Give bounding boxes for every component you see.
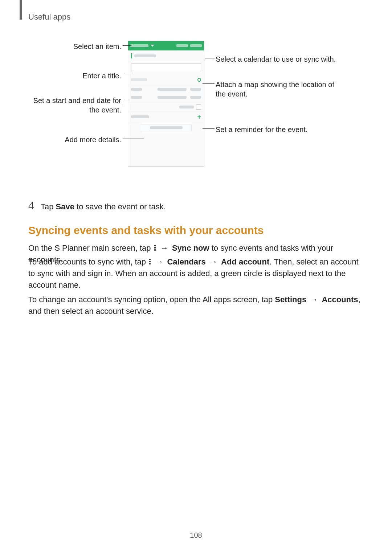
text: Tap <box>41 202 56 211</box>
section-breadcrumb: Useful apps <box>28 12 70 22</box>
end-time-placeholder <box>190 96 201 99</box>
page-number: 108 <box>0 531 392 539</box>
leader-line <box>203 83 215 84</box>
reminder-label-placeholder <box>131 115 149 118</box>
section-heading-syncing: Syncing events and tasks with your accou… <box>28 224 264 237</box>
page-tab-mark <box>20 0 22 20</box>
step-text: Tap Save to save the event or task. <box>41 202 166 212</box>
cancel-button-placeholder <box>176 44 188 47</box>
leader-line <box>123 96 123 106</box>
text: To add accounts to sync with, tap <box>28 257 148 266</box>
start-date-placeholder <box>158 88 187 91</box>
calendar-select-row <box>128 50 204 61</box>
leader-line <box>123 45 131 46</box>
end-label-placeholder <box>131 96 142 99</box>
leader-line <box>203 128 215 129</box>
all-day-label-placeholder <box>179 106 194 108</box>
settings-keyword: Settings <box>275 295 306 304</box>
date-rows <box>128 85 204 103</box>
arrow-icon: → <box>310 295 318 304</box>
arrow-icon: → <box>209 257 217 266</box>
phone-screenshot: + <box>128 41 204 167</box>
event-type-dropdown-label <box>130 44 148 47</box>
reminder-row: + <box>128 111 204 122</box>
callout-select-item: Select an item. <box>28 42 121 51</box>
arrow-icon: → <box>160 243 168 253</box>
leader-line <box>205 58 215 58</box>
start-time-placeholder <box>190 88 201 91</box>
callout-select-calendar: Select a calendar to use or sync with. <box>216 54 343 64</box>
save-keyword: Save <box>56 202 74 211</box>
leader-line <box>123 101 128 101</box>
leader-line <box>123 139 144 139</box>
callout-set-reminder: Set a reminder for the event. <box>216 125 343 134</box>
arrow-icon: → <box>155 257 163 266</box>
view-more-button-placeholder <box>141 124 192 131</box>
dropdown-caret-icon <box>151 45 154 47</box>
more-options-icon <box>149 258 151 265</box>
callout-attach-map: Attach a map showing the location of the… <box>216 80 343 99</box>
paragraph-change-sync: To change an account's syncing option, o… <box>28 294 364 317</box>
calendars-keyword: Calendars <box>167 257 205 266</box>
location-row <box>128 74 204 85</box>
callout-enter-title: Enter a title. <box>28 71 121 81</box>
view-more-row <box>128 122 204 133</box>
phone-topbar <box>128 41 204 50</box>
text: to save the event or task. <box>74 202 166 211</box>
text: To change an account's syncing option, o… <box>28 295 275 304</box>
step-number: 4 <box>28 199 34 212</box>
plus-icon: + <box>197 114 201 120</box>
calendar-name-placeholder <box>134 54 156 57</box>
save-button-placeholder <box>190 44 202 47</box>
location-placeholder <box>131 78 147 81</box>
add-account-keyword: Add account <box>221 257 269 266</box>
sync-now-keyword: Sync now <box>172 243 209 253</box>
accounts-keyword: Accounts <box>322 295 358 304</box>
paragraph-add-accounts: To add accounts to sync with, tap → Cale… <box>28 256 364 291</box>
leader-line <box>123 75 131 75</box>
callout-set-dates: Set a start and end date for the event. <box>28 96 121 115</box>
view-more-label-placeholder <box>150 126 183 129</box>
all-day-row <box>128 103 204 111</box>
map-pin-icon <box>197 77 202 82</box>
event-editor-diagram: + Select an item. Enter a title. Set a s… <box>0 41 392 182</box>
step-4: 4 Tap Save to save the event or task. <box>28 199 166 212</box>
title-input-placeholder <box>131 63 201 72</box>
more-options-icon <box>154 244 156 251</box>
text: On the S Planner main screen, tap <box>28 243 153 253</box>
start-label-placeholder <box>131 88 142 91</box>
all-day-checkbox <box>196 104 201 110</box>
calendar-color-icon <box>131 53 132 58</box>
end-date-placeholder <box>158 96 187 99</box>
callout-add-details: Add more details. <box>28 135 121 144</box>
